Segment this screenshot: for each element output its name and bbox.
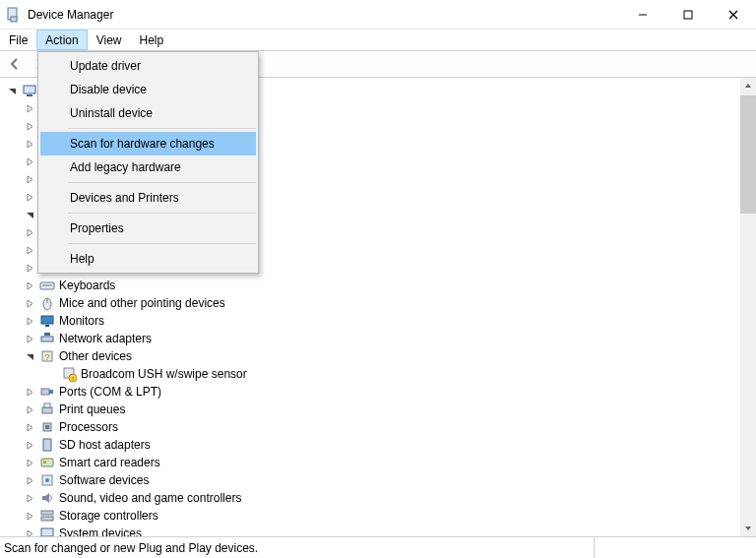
svg-rect-23 xyxy=(41,389,49,395)
expander-right-icon[interactable] xyxy=(24,279,35,291)
expander-right-icon[interactable] xyxy=(24,527,35,536)
expander-right-icon[interactable] xyxy=(24,102,35,114)
monitor-icon xyxy=(39,313,55,329)
menu-separator xyxy=(68,182,256,183)
back-button[interactable] xyxy=(4,53,26,75)
expander-right-icon[interactable] xyxy=(24,474,35,486)
tree-row-software[interactable]: Software devices xyxy=(2,471,738,489)
node-label: SD host adapters xyxy=(59,438,151,452)
menu-scan-hardware[interactable]: Scan for hardware changes xyxy=(40,132,256,155)
tree-row-mice[interactable]: Mice and other pointing devices xyxy=(2,294,738,312)
tree-row-storage[interactable]: Storage controllers xyxy=(2,507,738,525)
scroll-up-icon[interactable] xyxy=(740,78,756,93)
expander-right-icon[interactable] xyxy=(24,457,35,468)
menu-file[interactable]: File xyxy=(0,30,36,50)
tree-row-smartcard[interactable]: Smart card readers xyxy=(2,454,738,471)
status-text: Scan for changed or new Plug and Play de… xyxy=(4,541,258,555)
tree-row-sdhost[interactable]: SD host adapters xyxy=(2,436,738,454)
node-label: System devices xyxy=(59,527,142,536)
node-label: Storage controllers xyxy=(59,509,158,523)
expander-right-icon[interactable] xyxy=(24,421,35,433)
node-label: Mice and other pointing devices xyxy=(59,296,225,310)
menu-view[interactable]: View xyxy=(88,30,131,50)
software-icon xyxy=(39,472,55,488)
window-title: Device Manager xyxy=(28,8,113,22)
expander-right-icon[interactable] xyxy=(24,173,35,185)
node-label: Keyboards xyxy=(59,279,115,292)
keyboard-icon xyxy=(39,278,55,293)
computer-icon xyxy=(22,83,37,98)
expander-right-icon[interactable] xyxy=(24,333,35,344)
scroll-down-icon[interactable] xyxy=(740,521,756,536)
menu-action[interactable]: Action xyxy=(36,30,87,50)
tree-row-other-child[interactable]: ! Broadcom USH w/swipe sensor xyxy=(2,365,738,383)
status-bar: Scan for changed or new Plug and Play de… xyxy=(0,536,756,558)
svg-rect-6 xyxy=(24,86,35,93)
cpu-icon xyxy=(39,419,55,435)
expander-right-icon[interactable] xyxy=(24,510,35,522)
tree-row-sound[interactable]: Sound, video and game controllers xyxy=(2,489,738,507)
node-label: Ports (COM & LPT) xyxy=(59,385,161,399)
menu-devices-printers[interactable]: Devices and Printers xyxy=(40,186,256,210)
tree-row-monitors[interactable]: Monitors xyxy=(2,312,738,330)
expander-right-icon[interactable] xyxy=(24,403,35,415)
minimize-button[interactable] xyxy=(620,0,665,29)
svg-rect-33 xyxy=(41,511,53,515)
node-label: Network adapters xyxy=(59,332,152,345)
expander-right-icon[interactable] xyxy=(24,120,35,132)
tree-row-system[interactable]: System devices xyxy=(2,525,738,536)
maximize-button[interactable] xyxy=(665,0,711,29)
tree-row-keyboards[interactable]: Keyboards xyxy=(2,277,738,294)
svg-rect-15 xyxy=(45,325,49,327)
node-label: Smart card readers xyxy=(59,456,160,469)
svg-rect-24 xyxy=(49,390,53,394)
menu-help[interactable]: Help xyxy=(131,30,173,50)
svg-rect-26 xyxy=(44,403,50,407)
tree-row-processors[interactable]: Processors xyxy=(2,418,738,436)
expander-right-icon[interactable] xyxy=(24,386,35,398)
svg-rect-30 xyxy=(43,461,46,464)
tree-row-printq[interactable]: Print queues xyxy=(2,401,738,418)
expander-down-icon[interactable] xyxy=(24,209,35,220)
expander-right-icon[interactable] xyxy=(24,297,35,309)
menu-uninstall-device[interactable]: Uninstall device xyxy=(40,101,256,125)
unknown-device-icon: ? xyxy=(39,348,55,364)
expander-right-icon[interactable] xyxy=(24,439,35,451)
expander-right-icon[interactable] xyxy=(24,155,35,167)
menu-separator xyxy=(68,243,256,244)
title-bar: Device Manager xyxy=(0,0,756,30)
menu-separator xyxy=(68,213,256,214)
node-label: Print queues xyxy=(59,403,125,416)
menu-add-legacy[interactable]: Add legacy hardware xyxy=(40,155,256,179)
node-label: Broadcom USH w/swipe sensor xyxy=(81,367,247,381)
expander-right-icon[interactable] xyxy=(24,191,35,203)
node-label: Sound, video and game controllers xyxy=(59,491,241,505)
svg-rect-25 xyxy=(42,407,52,413)
svg-rect-16 xyxy=(41,337,53,341)
menu-update-driver[interactable]: Update driver xyxy=(40,54,256,78)
expander-right-icon[interactable] xyxy=(24,492,35,504)
expander-right-icon[interactable] xyxy=(24,262,35,274)
vertical-scrollbar[interactable] xyxy=(740,78,756,536)
menu-separator xyxy=(68,128,256,129)
action-dropdown: Update driver Disable device Uninstall d… xyxy=(37,51,259,274)
expander-right-icon[interactable] xyxy=(24,315,35,327)
svg-rect-14 xyxy=(41,316,53,324)
expander-down-icon[interactable] xyxy=(6,85,18,96)
menu-properties[interactable]: Properties xyxy=(40,217,256,240)
tree-row-ports[interactable]: Ports (COM & LPT) xyxy=(2,383,738,401)
expander-down-icon[interactable] xyxy=(24,350,35,362)
port-icon xyxy=(39,384,55,400)
menu-help-item[interactable]: Help xyxy=(40,247,256,271)
menu-disable-device[interactable]: Disable device xyxy=(40,78,256,101)
close-button[interactable] xyxy=(711,0,756,29)
svg-rect-3 xyxy=(684,11,692,19)
svg-text:?: ? xyxy=(44,352,50,362)
expander-right-icon[interactable] xyxy=(24,244,35,256)
expander-right-icon[interactable] xyxy=(24,138,35,150)
svg-rect-34 xyxy=(41,517,53,521)
tree-row-other[interactable]: ? Other devices xyxy=(2,347,738,365)
scroll-thumb[interactable] xyxy=(740,95,756,214)
expander-right-icon[interactable] xyxy=(24,226,35,238)
tree-row-network[interactable]: Network adapters xyxy=(2,330,738,347)
